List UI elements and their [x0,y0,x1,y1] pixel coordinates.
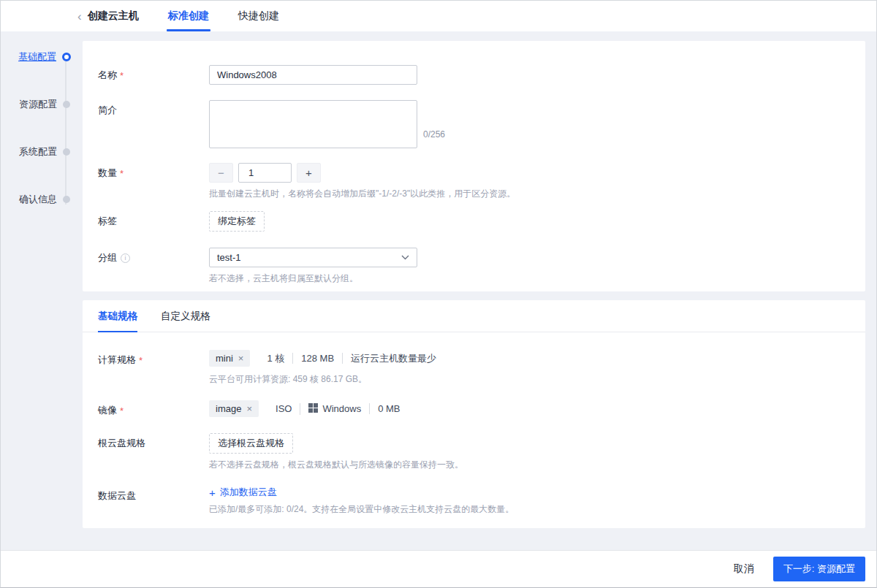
label-text: 分组 [98,251,117,264]
add-data-disk-link[interactable]: + 添加数据云盘 [209,486,277,499]
step-label: 系统配置 [19,145,57,159]
spec-cpu: 1 核 [259,353,292,364]
windows-icon [308,403,318,415]
image-row: 镜像 * image × ISO Windo [98,400,851,417]
stepper-connector-line [65,61,67,205]
step-dot-icon [63,148,70,156]
image-format: ISO [267,403,300,414]
bind-tag-button[interactable]: 绑定标签 [209,211,265,232]
data-disk-label: 数据云盘 [98,486,209,503]
quantity-input[interactable] [238,163,292,183]
group-row: 分组 i test-1 若不选择，云主机将归属至默认分组。 [98,248,851,284]
page-title: 创建云主机 [88,9,139,23]
label-text: 数量 [98,167,117,180]
remove-tag-icon[interactable]: × [246,404,252,413]
remove-tag-icon[interactable]: × [238,354,244,363]
char-counter: 0/256 [423,129,445,140]
group-select[interactable]: test-1 [209,248,417,267]
data-disk-row: 数据云盘 + 添加数据云盘 已添加/最多可添加: 0/24。支持在全局设置中修改… [98,486,851,515]
info-icon: i [121,253,130,263]
compute-spec-details: 1 核 128 MB 运行云主机数量最少 [259,353,444,364]
root-disk-row: 根云盘规格 选择根云盘规格 若不选择云盘规格，根云盘规格默认与所选镜像的容量保持… [98,433,851,470]
quantity-row: 数量 * − + 批量创建云主机时，名称将会自动增加后缀"-1/-2/-3"以此… [98,163,851,199]
select-root-disk-button[interactable]: 选择根云盘规格 [209,433,293,454]
tag-row: 标签 绑定标签 [98,211,851,232]
step-dot-icon [63,196,70,203]
quantity-hint: 批量创建云主机时，名称将会自动增加后缀"-1/-2/-3"以此类推，用于区分资源… [209,188,851,199]
step-label: 基础配置 [18,50,56,64]
step-resource-config[interactable]: 资源配置 [1,96,83,113]
quantity-decrease-button[interactable]: − [209,163,233,183]
label-text: 名称 [98,69,117,82]
plus-icon: + [209,486,216,499]
tab-standard-create[interactable]: 标准创建 [168,1,209,31]
next-step-button[interactable]: 下一步: 资源配置 [773,557,865,581]
image-tag: image × [209,400,259,417]
tab-quick-create[interactable]: 快捷创建 [238,1,279,31]
description-row: 简介 0/256 [98,100,851,148]
description-textarea[interactable] [209,100,417,148]
description-label: 简介 [98,100,209,117]
spec-card-body: 计算规格 * mini × 1 核 128 [83,332,865,515]
spec-note: 运行云主机数量最少 [342,353,444,364]
step-label: 资源配置 [19,98,57,111]
wizard-stepper: 基础配置 资源配置 系统配置 确认信息 [1,41,83,550]
label-text: 计算规格 [98,354,136,367]
basic-config-card: 名称 * 简介 0/256 [83,41,865,291]
add-data-disk-text: 添加数据云盘 [220,486,277,499]
image-size: 0 MB [369,403,408,414]
create-vm-page: ‹ 创建云主机 标准创建 快捷创建 基础配置 资源配置 系统 [0,0,877,588]
chevron-down-icon [401,255,409,260]
label-text: 数据云盘 [98,489,136,503]
root-disk-hint: 若不选择云盘规格，根云盘规格默认与所选镜像的容量保持一致。 [209,459,851,470]
root-disk-label: 根云盘规格 [98,433,209,450]
step-label: 确认信息 [19,193,57,206]
name-input[interactable] [209,65,417,85]
cancel-button[interactable]: 取消 [734,562,754,576]
image-label: 镜像 * [98,400,209,417]
image-platform: Windows [300,403,369,415]
top-bar: ‹ 创建云主机 标准创建 快捷创建 [1,1,876,31]
compute-spec-tag: mini × [209,350,250,367]
tab-basic-spec[interactable]: 基础规格 [98,300,137,332]
required-asterisk: * [120,405,124,416]
content-area: 基础配置 资源配置 系统配置 确认信息 名称 [1,31,876,550]
spec-card: 基础规格 自定义规格 计算规格 * [83,300,865,528]
label-text: 镜像 [98,404,117,417]
label-text: 根云盘规格 [98,437,145,450]
step-system-config[interactable]: 系统配置 [1,143,83,161]
step-confirm-info[interactable]: 确认信息 [1,191,83,208]
chevron-left-icon: ‹ [77,10,82,23]
tag-text: mini [216,353,233,364]
required-asterisk: * [120,168,124,179]
tag-label: 标签 [98,211,209,228]
footer-bar: 取消 下一步: 资源配置 [1,550,876,587]
group-label: 分组 i [98,248,209,264]
back-button[interactable]: ‹ 创建云主机 [77,1,139,31]
name-row: 名称 * [98,65,851,85]
tab-label: 基础规格 [98,310,137,323]
platform-text: Windows [322,403,361,414]
spec-memory: 128 MB [292,353,342,364]
data-disk-hint: 已添加/最多可添加: 0/24。支持在全局设置中修改云主机支持云盘的最大数量。 [209,504,851,515]
tab-label: 快捷创建 [238,9,279,23]
step-basic-config[interactable]: 基础配置 [1,48,83,66]
name-label: 名称 * [98,65,209,82]
step-dot-icon [63,101,70,108]
create-mode-tabs: 标准创建 快捷创建 [168,1,308,31]
compute-spec-row: 计算规格 * mini × 1 核 128 [98,350,851,385]
image-details: ISO Windows 0 MB [267,403,409,415]
group-selected-value: test-1 [217,252,241,263]
spec-tabs: 基础规格 自定义规格 [83,300,865,332]
compute-spec-label: 计算规格 * [98,350,209,367]
label-text: 简介 [98,104,117,117]
quantity-increase-button[interactable]: + [297,163,321,183]
required-asterisk: * [139,355,143,366]
main-column: 名称 * 简介 0/256 [83,41,865,550]
group-hint: 若不选择，云主机将归属至默认分组。 [209,273,851,284]
tag-text: image [216,403,241,414]
compute-resource-hint: 云平台可用计算资源: 459 核 86.17 GB。 [209,374,851,385]
tab-label: 自定义规格 [161,310,210,323]
tab-custom-spec[interactable]: 自定义规格 [161,300,210,332]
label-text: 标签 [98,215,117,228]
